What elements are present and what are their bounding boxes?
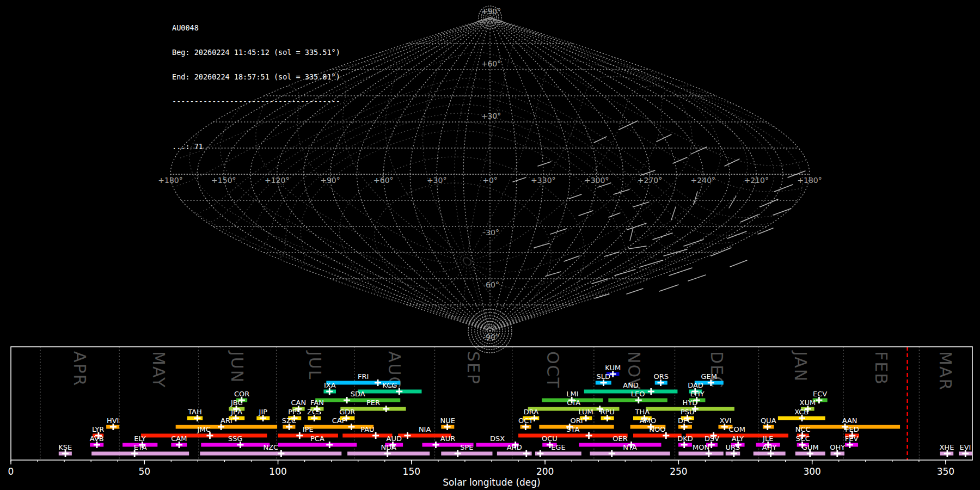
month-label-SEP: SEP [464, 351, 483, 385]
tick-label-250: 250 [670, 466, 687, 477]
shower-label-EGE: EGE [551, 443, 566, 451]
shower-label-STA: STA [566, 425, 579, 433]
peak-marker-PCA [326, 442, 333, 448]
header-separator: -------------------------------------- [172, 97, 340, 106]
shower-label-CAM: CAM [171, 434, 187, 443]
peak-marker-NZC [278, 450, 284, 457]
shower-label-AAN: AAN [842, 416, 857, 425]
shower-label-LMI: LMI [566, 390, 578, 398]
month-label-JUL: JUL [305, 350, 324, 381]
peak-marker-CAP [348, 424, 354, 430]
shower-bar-OER [579, 443, 661, 447]
shower-bar-KCG [358, 390, 421, 394]
peak-marker-ARD [523, 450, 530, 457]
shower-label-PPS: PPS [288, 408, 301, 416]
peak-marker-NTA [609, 450, 615, 457]
peak-marker-AUR [432, 442, 439, 448]
shower-label-GUM: GUM [802, 443, 819, 451]
x-axis: 050100150200250300350Solar longitude (de… [8, 460, 955, 488]
shower-label-ORS: ORS [653, 372, 669, 381]
shower-label-FED: FED [845, 425, 859, 433]
shower-bar-ARI [176, 425, 277, 429]
shower-label-ALY: ALY [732, 434, 744, 443]
shower-label-AUD: AUD [386, 434, 401, 443]
shower-label-KUM: KUM [605, 364, 621, 372]
shower-label-SDA: SDA [351, 390, 365, 398]
shower-label-ELY: ELY [134, 434, 146, 443]
peak-marker-FRI [375, 379, 381, 386]
shower-label-AND: AND [623, 381, 639, 389]
shower-label-XVI: XVI [720, 416, 732, 425]
begin-time-line: Beg: 20260224 11:45:12 (sol = 335.51°) [172, 48, 340, 57]
peak-marker-NIA [404, 432, 411, 439]
shower-label-MON: MON [693, 443, 709, 451]
shower-label-NOO: NOO [649, 425, 665, 433]
shower-label-JIP: JIP [259, 408, 268, 416]
shower-label-CAN: CAN [291, 399, 306, 407]
tick-label-100: 100 [269, 466, 286, 477]
end-time-line: End: 20260224 18:57:51 (sol = 335.81°) [172, 73, 340, 81]
shower-label-NCC: NCC [795, 425, 811, 433]
shower-label-CTA: CTA [567, 399, 580, 407]
month-label-JUN: JUN [228, 350, 247, 383]
shower-label-URS: URS [726, 443, 740, 451]
month-label-FEB: FEB [872, 351, 891, 385]
shower-label-JEA: JEA [230, 408, 242, 416]
shower-label-NZC: NZC [263, 443, 278, 451]
shower-label-OER: OER [612, 434, 627, 443]
peak-marker-PER [383, 406, 389, 412]
shower-label-SCC: SCC [796, 434, 810, 443]
shower-bar-MON [678, 452, 723, 456]
shower-bars: KUMFRISLDORSGEMIXAKCGANDDADCORSDALMILEOE… [58, 364, 972, 457]
shower-label-RPU: RPU [600, 408, 614, 416]
tick-label-300: 300 [803, 466, 820, 477]
month-label-JAN: JAN [791, 350, 810, 382]
shower-label-DPC: DPC [678, 416, 693, 425]
shower-label-JBC: JBC [230, 399, 243, 407]
shower-label-GEM: GEM [701, 372, 718, 381]
shower-label-OCU: OCU [542, 434, 558, 443]
shower-label-XCB: XCB [794, 408, 808, 416]
shower-label-DSV: DSV [705, 434, 719, 443]
shower-label-EHY: EHY [690, 390, 705, 398]
month-label-MAR: MAR [936, 351, 955, 391]
observation-header: AU0048 Beg: 20260224 11:45:12 (sol = 335… [172, 8, 340, 159]
shower-label-ETA: ETA [134, 443, 147, 451]
shower-label-ARI: ARI [220, 416, 232, 425]
shower-label-XHE: XHE [939, 443, 954, 451]
shower-label-LUM: LUM [579, 408, 593, 416]
peak-marker-STA [586, 432, 592, 439]
shower-label-PSU: PSU [681, 408, 695, 416]
shower-label-TAH: TAH [187, 408, 202, 416]
shower-label-SSG: SSG [228, 434, 243, 443]
meteor-observation-screen: { "header": { "station_id": "AU0048", "b… [0, 0, 980, 490]
month-label-OCT: OCT [543, 351, 562, 389]
month-label-APR: APR [70, 351, 89, 387]
shower-label-KCG: KCG [382, 381, 397, 389]
shower-label-AVB: AVB [90, 434, 104, 443]
shower-label-SPE: SPE [460, 443, 473, 451]
shower-activity-timeline: APRMAYJUNJULAUGSEPOCTNOVDECJANFEBMARKUMF… [0, 0, 980, 490]
tick-label-150: 150 [403, 466, 420, 477]
shower-label-THA: THA [635, 408, 650, 416]
station-id: AU0048 [172, 24, 340, 32]
shower-label-SLD: SLD [597, 372, 611, 381]
shower-label-PAU: PAU [360, 425, 374, 433]
shower-label-FAN: FAN [310, 399, 324, 407]
shower-label-DKD: DKD [677, 434, 693, 443]
shower-label-HVI: HVI [107, 416, 119, 425]
shower-label-ORI: ORI [570, 416, 583, 425]
shower-bar-NOO [633, 434, 682, 438]
shower-label-IPE: IPE [303, 425, 314, 433]
shower-label-PCA: PCA [310, 434, 324, 443]
tick-label-200: 200 [536, 466, 554, 477]
shower-bar-IPE [278, 434, 338, 438]
shower-label-SZC: SZC [282, 416, 296, 425]
shower-bar-SPE [441, 452, 492, 456]
shower-label-GDR: GDR [339, 408, 355, 416]
shower-label-XUM: XUM [800, 399, 816, 407]
shower-label-FEV: FEV [845, 434, 859, 443]
peak-marker-AND [648, 388, 654, 395]
month-label-MAY: MAY [149, 351, 168, 388]
shower-label-AUR: AUR [440, 434, 455, 443]
